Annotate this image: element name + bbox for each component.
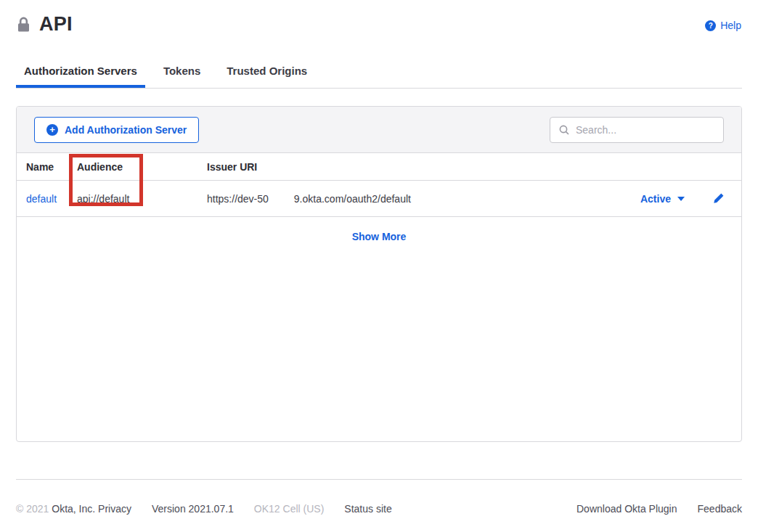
add-authorization-server-button[interactable]: + Add Authorization Server (34, 117, 199, 143)
copyright-text: © 2021 Okta, Inc. Privacy (16, 503, 131, 515)
page-footer: © 2021 Okta, Inc. Privacy Version 2021.0… (16, 479, 742, 515)
cell-text: OK12 Cell (US) (254, 503, 324, 515)
table-row: default api://default https://dev-50 9.o… (17, 181, 741, 217)
api-page: API ? Help Authorization Servers Tokens … (0, 0, 758, 532)
page-title: API (39, 13, 73, 36)
search-box (550, 117, 724, 143)
issuer-uri-part2: 9.okta.com/oauth2/default (294, 193, 411, 205)
page-header: API ? Help (0, 0, 758, 35)
download-okta-plugin-link[interactable]: Download Okta Plugin (576, 503, 677, 515)
footer-left-group: © 2021 Okta, Inc. Privacy Version 2021.0… (16, 503, 392, 515)
status-site-link[interactable]: Status site (344, 503, 391, 515)
authorization-servers-panel: + Add Authorization Server Name Audience… (16, 106, 742, 442)
table-header-row: Name Audience Issuer URI (17, 153, 741, 181)
search-input[interactable] (576, 124, 714, 136)
column-header-name: Name (26, 161, 77, 173)
panel-toolbar: + Add Authorization Server (17, 107, 741, 153)
status-label: Active (640, 193, 671, 205)
lock-icon (17, 17, 30, 33)
edit-pencil-icon[interactable] (712, 192, 725, 205)
help-icon: ? (705, 20, 716, 31)
footer-right-group: Download Okta Plugin Feedback (576, 503, 742, 515)
tab-tokens[interactable]: Tokens (155, 64, 208, 88)
plus-circle-icon: + (46, 124, 58, 136)
help-label: Help (720, 20, 741, 31)
show-more-link[interactable]: Show More (352, 231, 407, 242)
status-dropdown[interactable]: Active (640, 193, 685, 205)
help-link[interactable]: ? Help (705, 20, 741, 31)
tab-authorization-servers[interactable]: Authorization Servers (16, 64, 145, 88)
issuer-uri-part1: https://dev-50 (207, 193, 269, 205)
column-header-issuer-uri: Issuer URI (207, 161, 741, 173)
server-name-link[interactable]: default (26, 193, 57, 205)
column-header-audience: Audience (77, 161, 207, 173)
version-text: Version 2021.07.1 (152, 503, 234, 515)
chevron-down-icon (677, 197, 685, 201)
add-authorization-server-label: Add Authorization Server (65, 124, 187, 136)
feedback-link[interactable]: Feedback (698, 503, 742, 515)
audience-value: api://default (77, 193, 207, 205)
company-name: Okta, Inc. (52, 503, 95, 515)
tab-trusted-origins[interactable]: Trusted Origins (219, 64, 315, 88)
privacy-link[interactable]: Privacy (98, 503, 131, 515)
copyright-year: © 2021 (16, 503, 49, 515)
search-icon (559, 125, 569, 135)
tab-bar: Authorization Servers Tokens Trusted Ori… (16, 64, 742, 89)
issuer-uri-value: https://dev-50 9.okta.com/oauth2/default (207, 193, 640, 205)
show-more-container: Show More (17, 230, 741, 243)
